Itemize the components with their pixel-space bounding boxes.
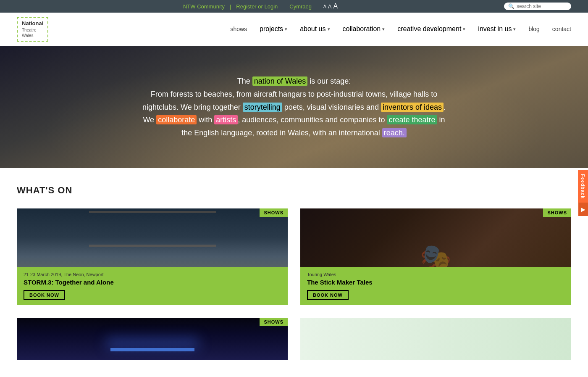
hero-text-mid1: is our stage:	[307, 77, 351, 85]
cards-row-1: SHOWS 21-23 March 2019, The Neon, Newpor…	[17, 208, 571, 305]
ntw-community-link[interactable]: NTW Community	[183, 3, 225, 10]
nav-invest-in-us[interactable]: invest in us	[478, 25, 516, 33]
hero-line4-mid2: , audiences, communities and companies t…	[238, 116, 387, 124]
storm-card-info: 21-23 March 2019, The Neon, Newport STOR…	[17, 267, 288, 305]
nav-creative-development[interactable]: creative development	[397, 25, 465, 33]
nav-blog[interactable]: blog	[528, 26, 539, 32]
hero-line4-pre: We	[143, 116, 156, 124]
storm-title: STORM.3: Together and Alone	[24, 279, 281, 286]
stickmaker-date-venue: Touring Wales	[307, 272, 564, 277]
stage-card-image	[17, 318, 288, 360]
hero-highlight-storytelling: storytelling	[243, 103, 282, 112]
feedback-label[interactable]: Feedback	[578, 170, 588, 203]
hero-line4-mid: with	[197, 116, 214, 124]
search-box: 🔍	[504, 3, 571, 10]
show-card-storm: SHOWS 21-23 March 2019, The Neon, Newpor…	[17, 208, 288, 305]
main-nav: shows projects about us collaboration cr…	[230, 25, 571, 33]
font-size-controls: A A A	[323, 3, 338, 10]
hero-highlight-artists: artists	[214, 115, 238, 124]
stickmaker-title: The Stick Maker Tales	[307, 279, 564, 286]
hero-section: The nation of Wales is our stage: From f…	[0, 46, 588, 168]
topbar-divider: |	[230, 3, 231, 10]
hero-line2: From forests to beaches, from aircraft h…	[142, 88, 446, 101]
font-mid-btn[interactable]: A	[328, 3, 332, 10]
font-large-btn[interactable]: A	[333, 3, 338, 10]
hero-line5-pre: the English language, rooted in Wales, w…	[181, 129, 382, 137]
logo-line3: Wales	[22, 33, 43, 38]
storm-badge: SHOWS	[260, 208, 288, 217]
whats-on-section: WHAT'S ON SHOWS 21-23 March 2019, The Ne…	[0, 168, 588, 368]
logo-line1: National	[22, 20, 43, 27]
feedback-tab[interactable]: Feedback ▶	[578, 170, 588, 216]
nav-projects[interactable]: projects	[260, 25, 287, 33]
hero-highlight-collaborate: collaborate	[156, 115, 197, 124]
cards-row-2: SHOWS	[17, 318, 571, 360]
hero-highlight-inventors: inventors of ideas	[381, 103, 444, 112]
hero-highlight-reach: reach.	[382, 128, 407, 137]
show-card-stickmaker: SHOWS Touring Wales The Stick Maker Tale…	[300, 208, 571, 305]
hero-line3-end: .	[444, 103, 446, 111]
hero-highlight-create-theatre: create theatre	[387, 115, 437, 124]
show-card-partial-1: SHOWS	[17, 318, 288, 360]
hero-highlight-wales: nation of Wales	[252, 76, 307, 86]
logo[interactable]: National Theatre Wales	[17, 17, 48, 42]
feedback-icon[interactable]: ▶	[578, 203, 588, 216]
nav-shows[interactable]: shows	[230, 26, 247, 32]
hero-line4-end: in	[437, 116, 445, 124]
show-card-partial-2	[300, 318, 571, 360]
register-login-link[interactable]: Register or Login	[236, 3, 278, 10]
hero-line3-mid: poets, visual visionaries and	[282, 103, 381, 111]
search-input[interactable]	[517, 3, 567, 9]
storm-book-button[interactable]: BOOK NOW	[24, 290, 65, 300]
nav-collaboration[interactable]: collaboration	[343, 25, 385, 33]
cymraeg-link[interactable]: Cymraeg	[289, 3, 312, 10]
stage-badge: SHOWS	[260, 318, 288, 326]
stickmaker-card-info: Touring Wales The Stick Maker Tales BOOK…	[300, 267, 571, 305]
font-small-btn[interactable]: A	[323, 4, 326, 9]
hero-text-pre: The	[237, 77, 252, 85]
whats-on-title: WHAT'S ON	[17, 185, 571, 196]
nav-about-us[interactable]: about us	[300, 25, 330, 33]
stickmaker-book-button[interactable]: BOOK NOW	[307, 290, 349, 300]
hero-content: The nation of Wales is our stage: From f…	[134, 66, 454, 148]
stickmaker-badge: SHOWS	[543, 208, 571, 217]
storm-date-venue: 21-23 March 2019, The Neon, Newport	[24, 272, 281, 277]
search-icon: 🔍	[508, 3, 514, 9]
logo-line2: Theatre	[22, 27, 43, 33]
hero-line3-pre: nightclubs. We bring together	[142, 103, 243, 111]
site-header: National Theatre Wales shows projects ab…	[0, 13, 588, 46]
nav-contact[interactable]: contact	[552, 26, 571, 32]
